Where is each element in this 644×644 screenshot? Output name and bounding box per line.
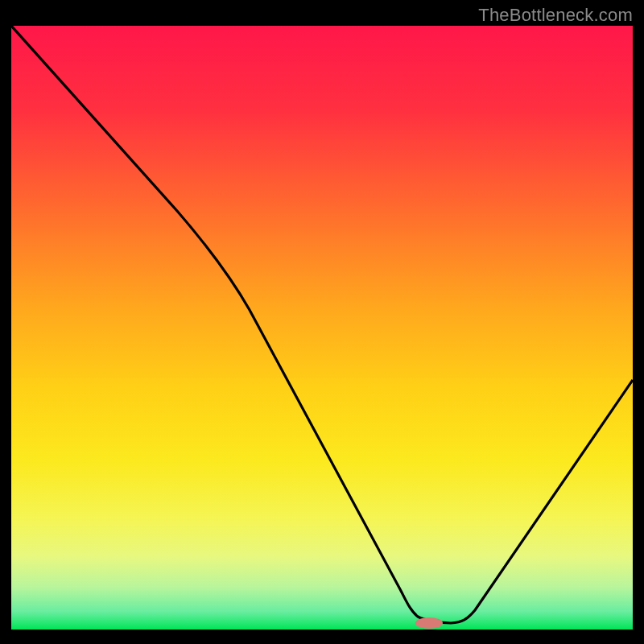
- plot-background-gradient: [11, 26, 633, 630]
- chart-container: { "watermark": { "text": "TheBottleneck.…: [0, 0, 644, 644]
- bottleneck-chart: [0, 0, 644, 644]
- optimal-point-marker: [415, 617, 443, 629]
